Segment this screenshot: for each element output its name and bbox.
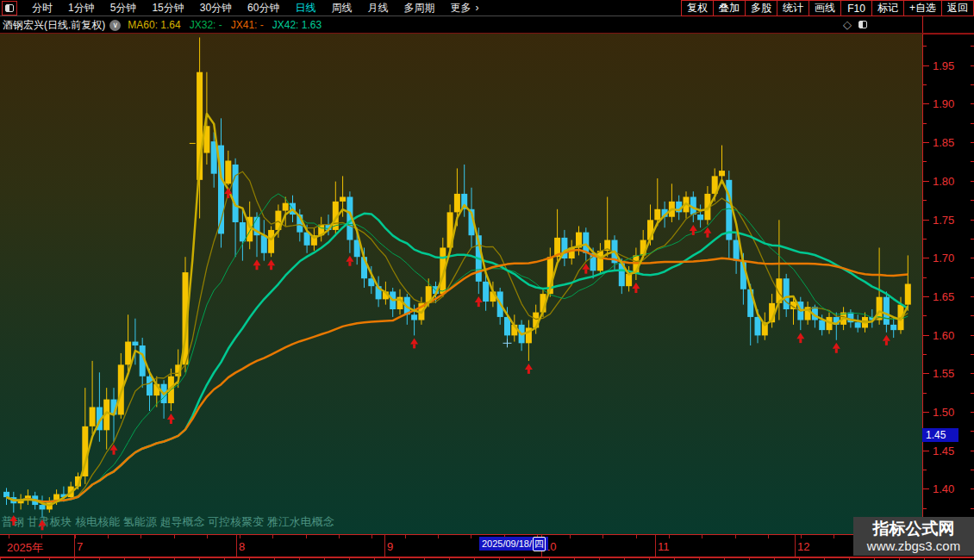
period-tab-7[interactable]: 周线 — [323, 1, 359, 16]
watermark-title: 指标公式网 — [873, 520, 955, 538]
period-tab-2[interactable]: 5分钟 — [103, 1, 145, 16]
price-axis-label: 1.60 — [933, 329, 954, 342]
price-axis-label: 1.50 — [933, 406, 954, 419]
week-tick — [339, 535, 340, 538]
price-axis-label: 1.80 — [933, 175, 954, 188]
week-tick — [636, 535, 637, 538]
y-tick-right — [971, 142, 974, 143]
date-axis-label: 7 — [77, 540, 83, 553]
y-tick-right — [971, 239, 974, 240]
week-tick — [9, 535, 9, 538]
toolbar-button-4[interactable]: 画线 — [809, 0, 841, 16]
selected-date-weekday: 四 — [533, 537, 546, 551]
watermark-url: www.zbgs3.com — [867, 538, 960, 554]
date-axis-label: 8 — [239, 540, 245, 553]
period-menu: 分时1分钟5分钟15分钟30分钟60分钟日线周线月线多周期更多› — [24, 1, 478, 16]
price-axis-label: 1.85 — [933, 136, 954, 149]
price-axis-label: 1.70 — [933, 252, 954, 264]
y-tick-right — [971, 393, 974, 394]
y-tick — [923, 393, 927, 394]
period-tab-6[interactable]: 日线 — [287, 1, 323, 16]
price-axis: 1.951.901.851.801.751.701.651.601.551.50… — [922, 34, 974, 534]
toolbar-button-6[interactable]: 标记 — [872, 0, 904, 16]
y-tick-right — [971, 508, 974, 509]
price-axis-label: 1.95 — [933, 59, 954, 72]
price-marker-badge: 1.45 — [922, 428, 958, 442]
toolbar-button-0[interactable]: 复权 — [681, 0, 714, 16]
toolbar-button-3[interactable]: 统计 — [777, 0, 809, 16]
toolbar-button-1[interactable]: 叠加 — [714, 0, 746, 16]
y-tick-right — [971, 103, 974, 104]
legend-item-1: JX32: - — [190, 19, 222, 31]
ma-legend: MA60: 1.64JX32: -JX41: -JX42: 1.63 — [128, 19, 330, 31]
period-tab-9[interactable]: 多周期 — [396, 1, 442, 16]
week-tick — [570, 535, 571, 538]
panel-layout-button[interactable] — [2, 1, 17, 16]
y-tick — [923, 258, 929, 258]
date-axis-label: 9 — [387, 540, 393, 553]
y-tick-right — [971, 296, 974, 297]
y-tick — [923, 65, 929, 66]
legend-item-2: JX41: - — [231, 19, 264, 31]
period-tab-4[interactable]: 30分钟 — [192, 1, 240, 16]
title-right-icons: ◇ — [843, 18, 867, 31]
week-tick — [603, 535, 603, 538]
y-tick-right — [971, 315, 974, 316]
diamond-icon[interactable]: ◇ — [843, 18, 852, 31]
y-tick-right — [971, 412, 974, 413]
left-half-filled-square-icon — [5, 4, 14, 12]
toolbar-button-8[interactable]: 返回 — [942, 0, 974, 16]
selected-date-text: 2025/09/18/ — [482, 538, 532, 549]
week-tick — [471, 535, 471, 538]
y-tick — [923, 123, 927, 124]
y-tick — [923, 488, 929, 489]
week-tick — [207, 535, 208, 538]
y-tick — [923, 84, 927, 85]
y-tick — [923, 470, 927, 470]
week-tick — [174, 535, 175, 538]
week-tick — [702, 535, 702, 538]
y-tick — [923, 239, 927, 240]
y-tick — [923, 335, 929, 336]
week-tick — [735, 535, 736, 538]
month-divider — [384, 535, 385, 557]
candlestick-chart-area[interactable]: 普钢 甘肃板块 核电核能 氢能源 超导概念 可控核聚变 雅江水电概念 — [0, 34, 922, 534]
week-tick — [108, 535, 109, 538]
selected-date-badge: 2025/09/18/四 — [479, 537, 548, 551]
month-divider — [655, 535, 656, 557]
week-tick — [438, 535, 439, 538]
toolbar-button-7[interactable]: +自选 — [904, 0, 942, 16]
y-tick — [923, 451, 929, 451]
period-tab-5[interactable]: 60分钟 — [240, 1, 287, 16]
month-divider — [236, 535, 237, 557]
price-axis-label: 1.75 — [933, 214, 954, 227]
period-tab-3[interactable]: 15分钟 — [144, 1, 191, 16]
date-axis-label: 2025年 — [7, 540, 43, 556]
period-tab-0[interactable]: 分时 — [24, 1, 60, 16]
toolbar-button-2[interactable]: 多股 — [746, 0, 777, 16]
week-tick — [834, 535, 834, 538]
price-axis-label: 1.55 — [933, 367, 954, 380]
watermark: 指标公式网 www.zbgs3.com — [853, 517, 974, 556]
y-tick-right — [971, 258, 974, 258]
y-tick — [923, 181, 929, 182]
period-tab-10[interactable]: 更多 — [442, 1, 478, 16]
y-tick — [923, 296, 929, 297]
week-tick — [140, 535, 141, 538]
period-tab-8[interactable]: 月线 — [359, 1, 396, 16]
y-tick — [923, 412, 929, 413]
y-tick-right — [971, 123, 974, 124]
y-tick-right — [971, 161, 974, 162]
left-half-filled-square-icon[interactable] — [858, 21, 867, 28]
y-tick-right — [971, 451, 974, 451]
week-tick — [306, 535, 307, 538]
y-tick — [923, 277, 927, 278]
toolbar-button-5[interactable]: F10 — [841, 0, 872, 16]
y-tick-right — [971, 65, 974, 66]
period-toolbar: 分时1分钟5分钟15分钟30分钟60分钟日线周线月线多周期更多› 复权叠加多股统… — [0, 0, 974, 16]
y-tick — [923, 354, 927, 355]
period-tab-1[interactable]: 1分钟 — [60, 1, 103, 16]
candlestick-chart[interactable] — [0, 34, 922, 534]
chevron-down-circle-icon[interactable]: ∨ — [109, 20, 121, 31]
y-tick-right — [971, 46, 974, 47]
